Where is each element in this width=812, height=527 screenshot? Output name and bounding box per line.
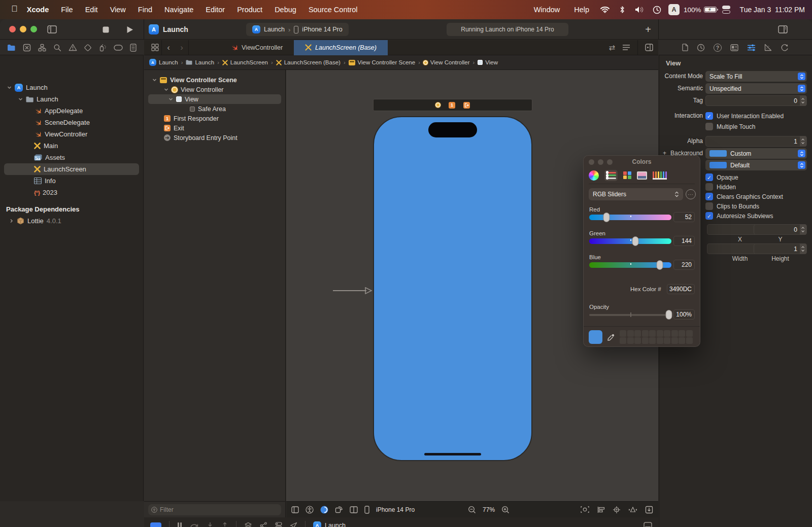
menu-navigate[interactable]: Navigate [158,0,199,19]
pencils-tab-icon[interactable] [653,171,667,180]
green-slider[interactable] [589,238,671,244]
update-frames-icon[interactable] [645,506,653,514]
breadcrumb-group[interactable]: Launch [186,59,214,65]
report-navigator-icon[interactable] [130,44,137,52]
tab-launchscreen-base[interactable]: LaunchScreen (Base) [294,40,388,55]
outline-item-exit[interactable]: Exit [144,123,285,133]
outline-item-first-responder[interactable]: 1 First Responder [144,114,285,123]
tag-field[interactable]: 0 [705,95,807,106]
storyboard-entry-arrow[interactable] [333,287,373,294]
find-navigator-icon[interactable] [53,44,61,52]
issue-navigator-icon[interactable] [69,44,77,51]
time-machine-icon[interactable] [649,4,664,16]
project-navigator-icon[interactable] [7,44,16,51]
nav-item-scenedelegate[interactable]: SceneDelegate [0,117,143,128]
run-button[interactable] [124,23,136,36]
input-source-icon[interactable]: A [666,4,682,16]
code-review-icon[interactable]: ⇄ [608,43,615,52]
opaque-checkbox[interactable]: ✓ [705,173,713,181]
nav-item-project-launch[interactable]: A Launch [0,82,143,93]
tab-overview-icon[interactable] [148,44,161,51]
go-forward-icon[interactable]: › [175,43,188,53]
canvas-device-label[interactable]: iPhone 14 Pro [376,506,415,513]
zoom-in-icon[interactable] [501,506,510,514]
user-interaction-checkbox[interactable]: ✓ [705,112,713,120]
background-color-select[interactable]: Custom [705,148,807,159]
menu-xcode[interactable]: Xcode [21,0,55,19]
stop-button[interactable] [99,23,112,36]
tab-viewcontroller[interactable]: ViewController [219,40,294,55]
opacity-slider-knob[interactable] [666,310,672,320]
orientation-icon[interactable] [335,506,343,513]
menu-window[interactable]: Window [528,0,566,19]
breadcrumb-scene[interactable]: View Controller Scene [349,59,416,65]
size-inspector-icon[interactable] [764,44,772,51]
green-slider-knob[interactable] [632,236,638,246]
outline-item-view-controller[interactable]: View Controller [144,85,285,94]
current-color-swatch[interactable] [589,330,602,344]
nav-item-group-launch[interactable]: Launch [0,93,143,105]
variants-icon[interactable] [320,506,328,514]
wifi-icon[interactable] [597,4,613,16]
quick-help-inspector-icon[interactable]: ? [714,44,722,52]
breakpoint-navigator-icon[interactable] [114,45,123,51]
accessibility-icon[interactable] [306,506,314,514]
simulate-location-icon[interactable] [290,522,297,527]
debug-navigator-icon[interactable] [99,44,107,52]
hidden-checkbox[interactable] [705,183,713,191]
exit-icon[interactable] [463,102,470,109]
menubar-clock[interactable]: Tue Jan 3 11:02 PM [740,6,805,14]
blue-slider[interactable] [589,262,671,268]
step-out-icon[interactable] [221,522,228,527]
green-value-field[interactable]: 144 [673,236,695,246]
outline-item-scene[interactable]: View Controller Scene [144,75,285,85]
breadcrumb-file[interactable]: LaunchScreen [222,59,268,65]
image-palettes-tab-icon[interactable] [637,171,647,180]
memory-graph-icon[interactable] [260,522,267,527]
nav-item-appdelegate[interactable]: AppDelegate [0,105,143,117]
eyedropper-icon[interactable] [607,333,615,341]
clips-to-bounds-checkbox[interactable] [705,202,713,210]
blue-value-field[interactable]: 220 [673,260,695,270]
toggle-inspector-icon[interactable] [776,23,789,36]
add-editor-icon[interactable] [645,44,653,51]
close-window-button[interactable] [9,26,16,32]
breadcrumb-view[interactable]: View [478,59,498,65]
menu-source-control[interactable]: Source Control [302,0,364,19]
colors-panel-titlebar[interactable]: Colors [584,156,700,168]
red-slider[interactable] [589,215,671,220]
apple-menu-icon[interactable]:  [11,4,18,14]
add-tab-button[interactable]: + [642,23,654,36]
step-over-icon[interactable] [190,522,199,527]
embed-in-icon[interactable] [581,506,589,513]
battery-indicator[interactable]: 100% ⚡ [684,6,717,14]
autoresize-checkbox[interactable]: ✓ [705,212,713,220]
outline-filter-input[interactable] [160,506,278,513]
zoom-level[interactable]: 77% [483,506,495,513]
control-center-icon[interactable] [719,4,734,16]
outline-item-entry-point[interactable]: ➔ Storyboard Entry Point [144,133,285,143]
debug-process[interactable]: A Launch [313,521,346,527]
view-controller-icon[interactable] [435,102,441,108]
swatch-grid[interactable] [620,330,693,344]
outline-item-view[interactable]: View [148,94,281,104]
identity-inspector-icon[interactable] [730,44,738,51]
toggle-outline-icon[interactable] [291,506,299,513]
height-stepper[interactable] [800,243,806,254]
color-options-button[interactable]: ⋯ [686,189,696,199]
menu-view[interactable]: View [104,0,132,19]
adjust-editor-options-icon[interactable] [622,44,630,51]
nav-item-main-storyboard[interactable]: Main [0,140,143,152]
opacity-value-field[interactable]: 100% [673,309,695,320]
split-preview-icon[interactable] [350,506,358,513]
resolve-autolayout-icon[interactable] [628,506,637,513]
device-bezels-icon[interactable] [364,506,369,514]
tag-stepper[interactable] [800,95,806,106]
nav-item-info-plist[interactable]: Info [0,175,143,187]
environment-overrides-icon[interactable] [275,522,282,527]
nav-item-assets[interactable]: Assets [0,152,143,163]
height-field[interactable]: 1 [754,243,807,254]
alpha-stepper[interactable] [800,136,806,147]
menu-help[interactable]: Help [568,0,595,19]
nav-item-viewcontroller[interactable]: ViewController [0,128,143,140]
